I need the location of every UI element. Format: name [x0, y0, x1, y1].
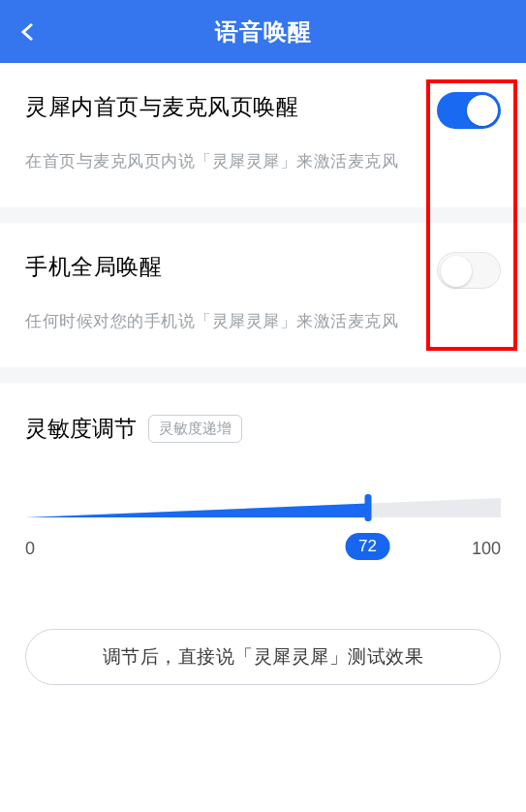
- section-inapp-wake: 灵犀内首页与麦克风页唤醒 在首页与麦克风页内说「灵犀灵犀」来激活麦克风: [0, 63, 526, 207]
- svg-marker-1: [25, 504, 368, 517]
- slider-min: 0: [25, 539, 35, 559]
- section-global-wake: 手机全局唤醒 任何时候对您的手机说「灵犀灵犀」来激活麦克风: [0, 223, 526, 367]
- slider-track-progress: [25, 498, 368, 517]
- test-button[interactable]: 调节后，直接说「灵犀灵犀」测试效果: [25, 629, 501, 685]
- page-title: 语音唤醒: [215, 16, 312, 47]
- header: 语音唤醒: [0, 0, 526, 63]
- global-wake-subtitle: 任何时候对您的手机说「灵犀灵犀」来激活麦克风: [25, 310, 501, 332]
- divider: [0, 207, 526, 223]
- inapp-wake-subtitle: 在首页与麦克风页内说「灵犀灵犀」来激活麦克风: [25, 150, 501, 172]
- sensitivity-slider[interactable]: 72: [25, 490, 501, 517]
- arrow-left-icon: [19, 22, 39, 42]
- inapp-wake-title: 灵犀内首页与麦克风页唤醒: [25, 92, 437, 122]
- divider: [0, 367, 526, 383]
- sensitivity-section: 灵敏度调节 灵敏度递增 72 0 100: [0, 383, 526, 559]
- sensitivity-title: 灵敏度调节: [25, 414, 137, 444]
- slider-max: 100: [472, 539, 501, 559]
- slider-thumb[interactable]: [364, 494, 371, 521]
- toggle-knob: [467, 95, 498, 126]
- global-wake-title: 手机全局唤醒: [25, 252, 437, 282]
- sensitivity-badge: 灵敏度递增: [148, 415, 242, 443]
- global-wake-toggle[interactable]: [437, 252, 501, 289]
- toggle-knob: [441, 256, 472, 287]
- inapp-wake-toggle[interactable]: [437, 92, 501, 129]
- slider-value-pill: 72: [345, 533, 390, 560]
- back-button[interactable]: [17, 20, 41, 44]
